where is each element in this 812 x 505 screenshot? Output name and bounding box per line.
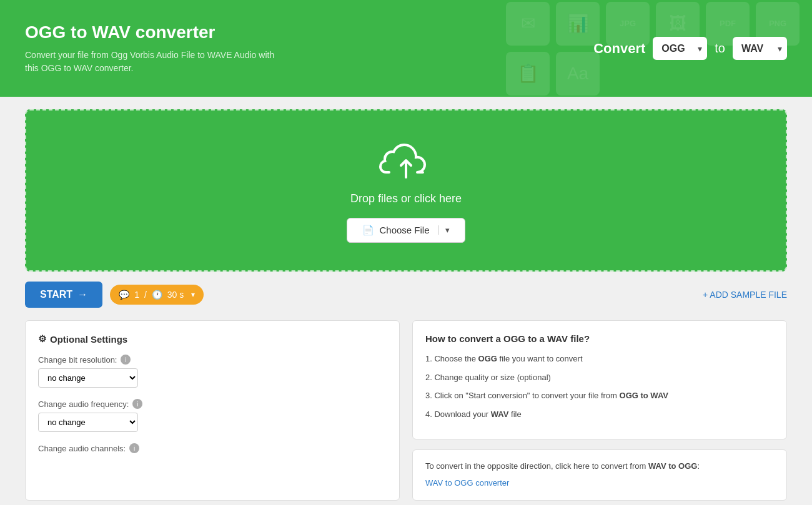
clock-icon: 🕐 — [152, 290, 162, 300]
audio-channels-row: Change audio channels: i — [38, 443, 387, 453]
from-format-wrapper[interactable]: OGG MP3 WAV FLAC AAC — [653, 37, 707, 60]
page-header: OGG to WAV converter Convert your file f… — [0, 0, 812, 97]
bit-resolution-info-icon[interactable]: i — [121, 355, 131, 365]
opposite-text: To convert in the opposite direction, cl… — [425, 461, 700, 471]
audio-channels-label: Change audio channels: i — [38, 443, 387, 453]
right-column: How to convert a OGG to a WAV file? Choo… — [412, 320, 787, 501]
queue-expand-arrow[interactable]: ▾ — [191, 290, 195, 299]
howto-list: Choose the OGG file you want to convert … — [425, 353, 774, 420]
choose-file-label: Choose File — [379, 225, 429, 235]
optional-settings-panel: ⚙ Optional Settings Change bit resolutio… — [25, 320, 400, 501]
opposite-box: To convert in the opposite direction, cl… — [412, 449, 787, 501]
audio-channels-info-icon[interactable]: i — [129, 443, 139, 453]
bit-resolution-row: Change bit resolution: i no change 8 bit… — [38, 355, 387, 388]
queue-count: 1 — [134, 290, 139, 300]
howto-panel: How to convert a OGG to a WAV file? Choo… — [412, 320, 787, 439]
queue-icon: 💬 — [119, 290, 129, 300]
page-title: OGG to WAV converter — [25, 22, 287, 42]
header-left: OGG to WAV converter Convert your file f… — [25, 22, 287, 75]
cloud-upload-icon — [378, 139, 434, 182]
howto-step-2: Change quality or size (optional) — [425, 371, 774, 384]
bit-resolution-select[interactable]: no change 8 bit 16 bit 24 bit 32 bit — [38, 368, 138, 388]
gear-icon: ⚙ — [38, 333, 46, 345]
from-format-select[interactable]: OGG MP3 WAV FLAC AAC — [653, 37, 707, 60]
page-description: Convert your file from Ogg Vorbis Audio … — [25, 49, 287, 75]
optional-settings-title: ⚙ Optional Settings — [38, 333, 387, 345]
start-label: START — [40, 289, 72, 300]
audio-frequency-row: Change audio frequency: i no change 8000… — [38, 399, 387, 432]
opposite-link[interactable]: WAV to OGG converter — [425, 477, 774, 490]
choose-file-button[interactable]: 📄 Choose File ▾ — [347, 218, 465, 243]
queue-time: 30 s — [167, 290, 184, 300]
choose-file-dropdown-arrow[interactable]: ▾ — [438, 225, 450, 235]
howto-step-3: Click on "Start conversion" to convert y… — [425, 390, 774, 402]
to-format-select[interactable]: WAV MP3 OGG FLAC AAC — [733, 37, 787, 60]
audio-frequency-label: Change audio frequency: i — [38, 399, 387, 409]
start-row: START 💬 1 / 🕐 30 s ▾ + ADD SAMPLE FILE — [25, 282, 787, 308]
howto-step-1: Choose the OGG file you want to convert — [425, 353, 774, 365]
bit-resolution-label: Change bit resolution: i — [38, 355, 387, 365]
to-format-wrapper[interactable]: WAV MP3 OGG FLAC AAC — [733, 37, 787, 60]
audio-frequency-select[interactable]: no change 8000 Hz 22050 Hz 44100 Hz 4800… — [38, 413, 138, 432]
audio-frequency-info-icon[interactable]: i — [132, 399, 142, 409]
to-label: to — [715, 41, 725, 56]
convert-label: Convert — [593, 41, 645, 57]
bg-icon-doc: 📋 — [506, 52, 550, 96]
bottom-panels: ⚙ Optional Settings Change bit resolutio… — [25, 320, 787, 501]
add-sample-button[interactable]: + ADD SAMPLE FILE — [703, 290, 787, 300]
drop-text: Drop files or click here — [350, 192, 462, 205]
upload-area[interactable]: Drop files or click here 📄 Choose File ▾ — [25, 109, 787, 272]
howto-title: How to convert a OGG to a WAV file? — [425, 333, 774, 344]
bg-icon-email: ✉ — [506, 2, 550, 46]
start-left: START 💬 1 / 🕐 30 s ▾ — [25, 282, 204, 308]
header-right: Convert OGG MP3 WAV FLAC AAC to WAV MP3 … — [593, 37, 787, 60]
add-sample-label: + ADD SAMPLE FILE — [703, 290, 787, 300]
queue-badge[interactable]: 💬 1 / 🕐 30 s ▾ — [110, 285, 204, 305]
queue-separator: / — [144, 290, 147, 300]
howto-step-4: Download your WAV file — [425, 408, 774, 421]
start-button[interactable]: START — [25, 282, 102, 308]
file-icon: 📄 — [362, 225, 374, 236]
main-content: Drop files or click here 📄 Choose File ▾… — [0, 97, 812, 505]
